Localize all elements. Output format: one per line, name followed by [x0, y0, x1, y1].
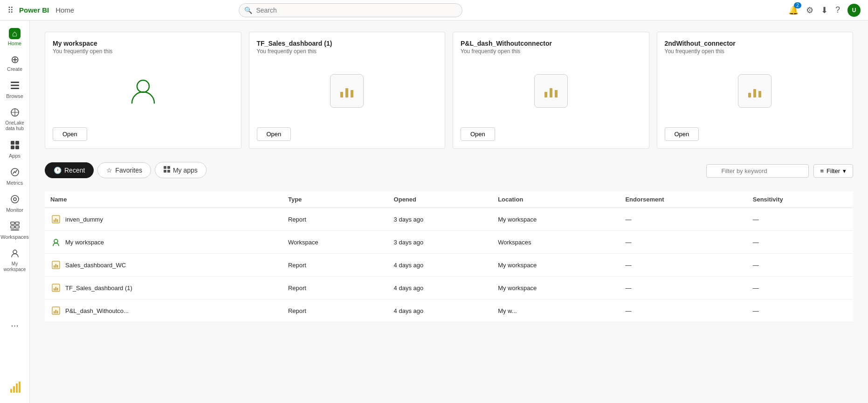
sidebar-item-home[interactable]: ⌂ Home [2, 24, 28, 50]
tab-myapps[interactable]: My apps [155, 162, 207, 178]
svg-rect-41 [54, 265, 55, 268]
monitor-icon [10, 194, 20, 206]
cell-opened: 3 days ago [388, 208, 493, 231]
notification-icon[interactable]: 🔔 2 [788, 5, 799, 15]
filter-lines-icon: ≡ [820, 167, 824, 174]
svg-rect-42 [55, 264, 57, 268]
cell-opened: 4 days ago [388, 254, 493, 277]
card-title: My workspace [53, 40, 234, 47]
card-open-button[interactable]: Open [53, 127, 87, 141]
cell-sensitivity: — [747, 208, 853, 231]
cell-location: Workspaces [492, 231, 620, 254]
svg-rect-18 [13, 386, 15, 393]
avatar[interactable]: U [847, 4, 861, 17]
tab-recent[interactable]: 🕐 Recent [45, 162, 94, 178]
svg-rect-6 [11, 146, 14, 149]
svg-point-10 [14, 198, 16, 201]
report-row-icon [50, 259, 62, 271]
svg-rect-45 [54, 288, 55, 291]
svg-rect-51 [57, 311, 58, 313]
card-open-button[interactable]: Open [461, 127, 495, 141]
cell-type: Report [282, 277, 388, 299]
table-row[interactable]: P&L_dash_Withoutco... Report 4 days ago … [45, 299, 853, 322]
table-header-row: Name Type Opened Location Endorsement Se… [45, 191, 853, 208]
card-subtitle: You frequently open this [461, 48, 641, 55]
filter-button[interactable]: ≡ Filter ▾ [813, 164, 853, 178]
download-icon[interactable]: ⬇ [821, 5, 828, 15]
brand-label[interactable]: Power BI [19, 6, 49, 14]
main-content: My workspace You frequently open this Op… [30, 21, 868, 403]
svg-rect-26 [550, 88, 552, 97]
cell-name: TF_Sales_dashboard (1) [45, 277, 282, 299]
report-row-icon [50, 282, 62, 293]
apps-icon [10, 140, 20, 152]
col-type: Type [282, 191, 388, 208]
table-row[interactable]: Sales_dashboard_WC Report 4 days ago My … [45, 254, 853, 277]
card-visual [461, 58, 641, 124]
col-location: Location [492, 191, 620, 208]
card-open-button[interactable]: Open [665, 127, 699, 141]
help-icon[interactable]: ? [835, 5, 840, 15]
sidebar-item-label: Create [7, 66, 22, 72]
card-visual [257, 58, 438, 124]
topbar-actions: 🔔 2 ⚙ ⬇ ? U [788, 4, 861, 17]
svg-rect-7 [15, 146, 19, 149]
svg-rect-50 [55, 310, 57, 313]
settings-icon[interactable]: ⚙ [806, 5, 813, 15]
card-title: P&L_dash_Withoutconnector [461, 40, 641, 47]
myworkspace-icon [10, 248, 20, 260]
card-subtitle: You frequently open this [53, 48, 234, 55]
sidebar-item-metrics[interactable]: Metrics [2, 163, 28, 189]
bar-chart-icon [542, 82, 560, 100]
col-name: Name [45, 191, 282, 208]
sidebar-item-browse[interactable]: Browse [2, 76, 28, 103]
tab-favorites[interactable]: ☆ Favorites [97, 162, 151, 178]
search-bar: 🔍 [239, 3, 462, 17]
sidebar-item-label: Metrics [7, 180, 23, 186]
svg-rect-22 [340, 92, 343, 97]
card-title: 2ndWithout_connector [665, 40, 846, 47]
search-input[interactable] [239, 3, 462, 17]
onelake-icon [10, 107, 20, 119]
svg-rect-13 [11, 226, 14, 228]
sidebar-item-label: Monitor [6, 207, 23, 213]
metrics-icon [10, 167, 20, 179]
svg-rect-36 [54, 220, 55, 222]
svg-rect-20 [19, 382, 21, 393]
table-row[interactable]: TF_Sales_dashboard (1) Report 4 days ago… [45, 277, 853, 299]
card-tf-sales: TF_Sales_dashboard (1) You frequently op… [249, 32, 446, 149]
sidebar-item-apps[interactable]: Apps [2, 136, 28, 162]
sidebar-item-label: Browse [6, 93, 23, 99]
cell-type: Workspace [282, 231, 388, 254]
sidebar-item-onelake[interactable]: OneLakedata hub [2, 104, 28, 135]
sidebar-more-button[interactable]: ··· [2, 316, 28, 334]
svg-point-16 [13, 250, 17, 254]
svg-rect-25 [544, 92, 547, 97]
svg-rect-4 [11, 141, 14, 145]
sidebar-item-myworkspace[interactable]: Myworkspace [2, 244, 28, 276]
sidebar-item-create[interactable]: ⊕ Create [2, 51, 28, 76]
favorites-icon: ☆ [106, 167, 112, 174]
cell-type: Report [282, 299, 388, 322]
cell-location: My w... [492, 299, 620, 322]
table-row[interactable]: My workspace Workspace 3 days ago Worksp… [45, 231, 853, 254]
table-row[interactable]: inven_dummy Report 3 days ago My workspa… [45, 208, 853, 231]
report-row-icon [50, 214, 62, 225]
topbar: ⠿ Power BI Home 🔍 🔔 2 ⚙ ⬇ ? U [0, 0, 868, 21]
workspace-row-icon [50, 236, 62, 248]
card-open-button[interactable]: Open [257, 127, 291, 141]
filter-keyword-input[interactable] [706, 164, 809, 178]
powerbi-logo [5, 377, 25, 399]
grid-menu-icon[interactable]: ⠿ [7, 5, 14, 15]
myapps-icon [164, 166, 170, 174]
cell-location: My workspace [492, 208, 620, 231]
cell-type: Report [282, 254, 388, 277]
svg-rect-19 [16, 383, 18, 393]
sidebar-item-workspaces[interactable]: Workspaces [2, 217, 28, 243]
cell-opened: 3 days ago [388, 231, 493, 254]
svg-rect-2 [11, 88, 19, 89]
sidebar-item-monitor[interactable]: Monitor [2, 190, 28, 216]
svg-point-21 [137, 80, 149, 92]
col-sensitivity: Sensitivity [747, 191, 853, 208]
report-icon-box [738, 74, 772, 108]
